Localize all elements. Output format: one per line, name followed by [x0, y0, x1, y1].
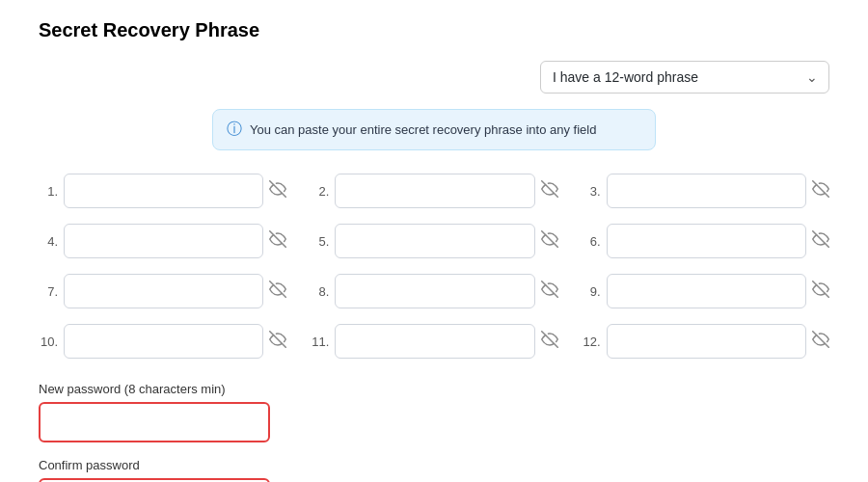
phrase-field-label: 2.	[310, 184, 329, 199]
phrase-field-label: 7.	[39, 284, 58, 299]
info-banner: ⓘ You can paste your entire secret recov…	[212, 109, 656, 150]
eye-slash-icon[interactable]	[541, 331, 558, 352]
phrase-field-label: 9.	[582, 284, 601, 299]
new-password-label: New password (8 characters min)	[39, 382, 829, 396]
phrase-field-row: 6.	[582, 224, 829, 258]
confirm-password-label: Confirm password	[39, 458, 829, 472]
phrase-field-label: 4.	[39, 234, 58, 249]
phrase-word-input-9[interactable]	[607, 274, 806, 308]
phrase-field-row: 8.	[310, 274, 557, 308]
phrase-field-row: 7.	[39, 274, 286, 308]
phrase-field-row: 10.	[39, 324, 286, 359]
info-icon: ⓘ	[227, 120, 242, 140]
eye-slash-icon[interactable]	[541, 281, 558, 302]
phrase-word-input-8[interactable]	[335, 274, 534, 308]
phrase-word-input-1[interactable]	[64, 174, 263, 208]
phrase-field-label: 5.	[310, 234, 329, 249]
phrase-field-label: 10.	[39, 335, 58, 349]
eye-slash-icon[interactable]	[812, 230, 829, 252]
phrase-field-label: 12.	[582, 335, 601, 349]
phrase-grid: 1. 2. 3. 4. 5. 6. 7. 8.	[39, 174, 829, 359]
eye-slash-icon[interactable]	[541, 230, 558, 252]
phrase-field-row: 2.	[310, 174, 557, 208]
phrase-field-row: 4.	[39, 224, 286, 258]
confirm-password-section: Confirm password	[39, 458, 829, 482]
phrase-type-dropdown-wrapper: I have a 12-word phraseI have a 24-word …	[540, 61, 829, 94]
phrase-word-input-4[interactable]	[64, 224, 263, 258]
new-password-input[interactable]	[39, 402, 270, 442]
phrase-word-input-5[interactable]	[335, 224, 534, 258]
eye-slash-icon[interactable]	[541, 180, 558, 201]
phrase-word-input-3[interactable]	[607, 174, 806, 208]
phrase-word-input-12[interactable]	[607, 324, 806, 359]
info-banner-text: You can paste your entire secret recover…	[250, 122, 596, 137]
confirm-password-input[interactable]	[39, 478, 270, 482]
phrase-field-row: 9.	[582, 274, 829, 308]
eye-slash-icon[interactable]	[269, 331, 286, 352]
eye-slash-icon[interactable]	[812, 331, 829, 352]
phrase-word-input-11[interactable]	[335, 324, 534, 359]
phrase-field-row: 12.	[582, 324, 829, 359]
phrase-field-label: 8.	[310, 284, 329, 299]
phrase-word-input-7[interactable]	[64, 274, 263, 308]
phrase-field-row: 11.	[310, 324, 557, 359]
eye-slash-icon[interactable]	[812, 180, 829, 201]
eye-slash-icon[interactable]	[269, 281, 286, 302]
eye-slash-icon[interactable]	[812, 281, 829, 302]
eye-slash-icon[interactable]	[269, 230, 286, 252]
phrase-field-label: 11.	[310, 335, 329, 349]
phrase-field-row: 5.	[310, 224, 557, 258]
phrase-word-input-2[interactable]	[335, 174, 534, 208]
phrase-field-label: 3.	[582, 184, 601, 199]
phrase-field-label: 6.	[582, 234, 601, 249]
new-password-section: New password (8 characters min)	[39, 382, 829, 442]
phrase-field-label: 1.	[39, 184, 58, 199]
phrase-word-input-10[interactable]	[64, 324, 263, 359]
page-title: Secret Recovery Phrase	[39, 19, 829, 41]
eye-slash-icon[interactable]	[269, 180, 286, 201]
phrase-word-input-6[interactable]	[607, 224, 806, 258]
phrase-field-row: 3.	[582, 174, 829, 208]
phrase-field-row: 1.	[39, 174, 286, 208]
phrase-type-select[interactable]: I have a 12-word phraseI have a 24-word …	[540, 61, 829, 94]
